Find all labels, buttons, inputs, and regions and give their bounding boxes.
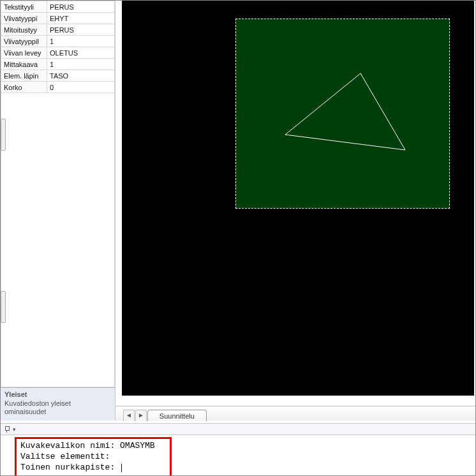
property-row[interactable]: TekstityyliPERUS bbox=[1, 1, 115, 13]
command-input-line[interactable]: Toinen nurkkapiste: bbox=[20, 463, 166, 473]
command-panel: ▾ Komen Kuvakevalikon nimi: OMASYMB Vali… bbox=[1, 423, 475, 475]
property-key: Mitoitustyy bbox=[1, 24, 47, 36]
property-value[interactable]: OLETUS bbox=[47, 47, 115, 59]
drawing-viewport[interactable] bbox=[122, 1, 474, 396]
command-line-1: Kuvakevalikon nimi: OMASYMB bbox=[20, 441, 166, 452]
property-value[interactable]: 1 bbox=[47, 36, 115, 47]
property-key: Viivatyyppil bbox=[1, 36, 47, 47]
sidebar-expander-handle[interactable] bbox=[1, 119, 6, 151]
command-highlight: Kuvakevalikon nimi: OMASYMB Valitse elem… bbox=[15, 437, 172, 476]
properties-footer-desc: Kuvatiedoston yleiset ominaisuudet bbox=[4, 399, 71, 416]
command-panel-header: ▾ bbox=[1, 423, 475, 435]
property-value[interactable]: 0 bbox=[47, 82, 115, 93]
property-value[interactable]: EHYT bbox=[47, 13, 115, 24]
property-row[interactable]: Viivan leveyOLETUS bbox=[1, 47, 115, 59]
property-key: Viivan levey bbox=[1, 47, 47, 59]
property-key: Korko bbox=[1, 82, 47, 93]
property-row[interactable]: MitoitustyyPERUS bbox=[1, 24, 115, 36]
property-key: Mittakaava bbox=[1, 59, 47, 70]
property-value[interactable]: PERUS bbox=[47, 24, 115, 36]
property-row[interactable]: Viivatyyppil1 bbox=[1, 36, 115, 47]
viewport-wrap bbox=[115, 1, 475, 406]
triangle-shape bbox=[278, 70, 418, 159]
property-value[interactable]: PERUS bbox=[47, 1, 115, 13]
text-cursor bbox=[121, 464, 122, 472]
property-row[interactable]: ViivatyyppiEHYT bbox=[1, 13, 115, 24]
property-value[interactable]: TASO bbox=[47, 70, 115, 82]
properties-footer-title: Yleiset bbox=[4, 390, 111, 398]
properties-empty-area bbox=[1, 93, 115, 387]
property-row[interactable]: Mittakaava1 bbox=[1, 59, 115, 70]
properties-footer: Yleiset Kuvatiedoston yleiset ominaisuud… bbox=[1, 387, 115, 421]
tab-design[interactable]: Suunnittelu bbox=[147, 410, 207, 421]
svg-marker-0 bbox=[285, 73, 405, 150]
property-key: Tekstityyli bbox=[1, 1, 47, 13]
properties-sidebar: TekstityyliPERUSViivatyyppiEHYTMitoitust… bbox=[1, 1, 115, 420]
pin-icon[interactable] bbox=[4, 426, 10, 433]
properties-table: TekstityyliPERUSViivatyyppiEHYTMitoitust… bbox=[1, 1, 115, 93]
viewport-tabs: ◄ ► Suunnittelu bbox=[115, 406, 475, 420]
command-line-2: Valitse elementit: bbox=[20, 452, 166, 463]
command-prompt-text: Toinen nurkkapiste: bbox=[20, 463, 120, 472]
property-value[interactable]: 1 bbox=[47, 59, 115, 70]
property-row[interactable]: Korko0 bbox=[1, 82, 115, 93]
chevron-down-icon[interactable]: ▾ bbox=[13, 426, 16, 433]
property-key: Viivatyyppi bbox=[1, 13, 47, 24]
command-panel-side-label: Komen bbox=[0, 447, 1, 472]
tab-nav-prev[interactable]: ◄ bbox=[123, 410, 135, 421]
property-row[interactable]: Elem. läpinTASO bbox=[1, 70, 115, 82]
tab-nav-next[interactable]: ► bbox=[135, 410, 147, 421]
property-key: Elem. läpin bbox=[1, 70, 47, 82]
sidebar-expander-handle-2[interactable] bbox=[1, 291, 6, 323]
